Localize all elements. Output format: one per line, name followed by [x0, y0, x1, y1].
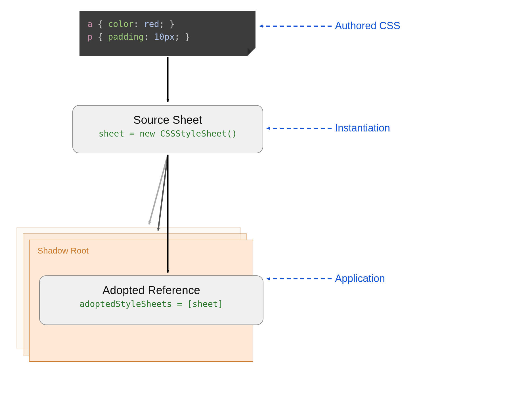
adopted-reference-box: Adopted Reference adoptedStyleSheets = [… [39, 275, 263, 325]
source-sheet-code: sheet = new CSSStyleSheet() [73, 129, 263, 139]
code-prop: padding [108, 32, 144, 42]
code-brace: { [93, 19, 108, 29]
annotation-application: Application [335, 273, 385, 284]
code-colon: : [144, 32, 154, 42]
code-selector: p [87, 32, 93, 42]
adopted-reference-title: Adopted Reference [40, 284, 263, 297]
code-colon: : [134, 19, 144, 29]
code-line-2: p { padding: 10px; } [87, 30, 248, 43]
code-brace: { [93, 32, 108, 42]
diagram-canvas: a { color: red; } p { padding: 10px; } S… [0, 0, 532, 406]
arrow-source-to-stack-mid [158, 155, 168, 231]
code-value: red [144, 19, 159, 29]
code-close: ; } [175, 32, 190, 42]
annotation-authored-css: Authored CSS [335, 20, 400, 32]
code-selector: a [87, 19, 93, 29]
source-sheet-title: Source Sheet [73, 114, 263, 126]
code-value: 10px [154, 32, 175, 42]
authored-css-code-block: a { color: red; } p { padding: 10px; } [79, 11, 255, 56]
adopted-reference-code: adoptedStyleSheets = [sheet] [40, 299, 263, 309]
code-prop: color [108, 19, 133, 29]
source-sheet-box: Source Sheet sheet = new CSSStyleSheet() [72, 105, 263, 153]
arrow-source-to-stack-back [149, 155, 168, 224]
code-line-1: a { color: red; } [87, 18, 248, 30]
shadow-root-label: Shadow Root [37, 246, 89, 256]
shadow-root-stack: Shadow Root Adopted Reference adoptedSty… [16, 227, 252, 361]
code-close: ; } [159, 19, 175, 29]
annotation-instantiation: Instantiation [335, 122, 390, 134]
